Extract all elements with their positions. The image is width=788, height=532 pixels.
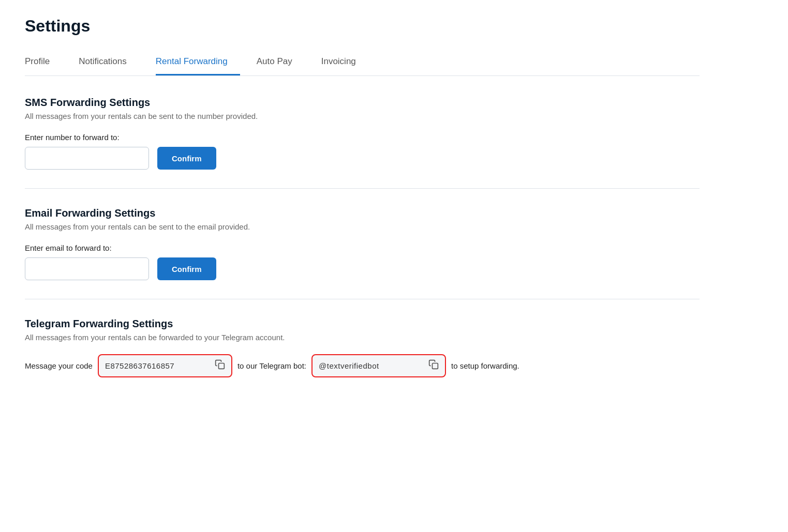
tab-profile[interactable]: Profile: [25, 50, 62, 75]
email-confirm-button[interactable]: Confirm: [157, 257, 216, 280]
email-address-input[interactable]: [25, 257, 149, 280]
sms-section-desc: All messages from your rentals can be se…: [25, 112, 700, 120]
telegram-code-box: E87528637616857: [98, 354, 232, 377]
svg-rect-0: [218, 363, 224, 369]
telegram-section-desc: All messages from your rentals can be fo…: [25, 333, 700, 342]
email-input-row: Confirm: [25, 257, 700, 280]
telegram-code-value: E87528637616857: [105, 361, 210, 370]
telegram-suffix-label: to setup forwarding.: [451, 361, 519, 370]
sms-number-input[interactable]: [25, 147, 149, 170]
tab-invoicing[interactable]: Invoicing: [321, 50, 368, 75]
tab-rental-forwarding[interactable]: Rental Forwarding: [156, 50, 240, 75]
telegram-bot-copy-icon[interactable]: [428, 359, 439, 372]
telegram-message-prefix: Message your code: [25, 361, 93, 370]
tab-auto-pay[interactable]: Auto Pay: [257, 50, 305, 75]
sms-field-label: Enter number to forward to:: [25, 133, 700, 142]
svg-rect-1: [433, 363, 438, 369]
page-container: Settings Profile Notifications Rental Fo…: [0, 0, 724, 394]
telegram-middle-label: to our Telegram bot:: [237, 361, 306, 370]
email-field-label: Enter email to forward to:: [25, 244, 700, 252]
sms-input-row: Confirm: [25, 147, 700, 170]
telegram-bot-handle: @textverifiedbot: [319, 361, 423, 370]
sms-section: SMS Forwarding Settings All messages fro…: [25, 97, 700, 189]
telegram-section-title: Telegram Forwarding Settings: [25, 318, 700, 330]
email-section-title: Email Forwarding Settings: [25, 207, 700, 219]
email-section: Email Forwarding Settings All messages f…: [25, 189, 700, 299]
telegram-bot-box: @textverifiedbot: [311, 354, 446, 377]
telegram-code-copy-icon[interactable]: [215, 359, 225, 372]
telegram-section: Telegram Forwarding Settings All message…: [25, 299, 700, 377]
email-section-desc: All messages from your rentals can be se…: [25, 222, 700, 231]
page-title: Settings: [25, 17, 700, 36]
telegram-inline-row: Message your code E87528637616857 to our…: [25, 354, 700, 377]
sms-section-title: SMS Forwarding Settings: [25, 97, 700, 109]
tab-notifications[interactable]: Notifications: [79, 50, 139, 75]
sms-confirm-button[interactable]: Confirm: [157, 147, 216, 170]
tabs-nav: Profile Notifications Rental Forwarding …: [25, 50, 700, 76]
